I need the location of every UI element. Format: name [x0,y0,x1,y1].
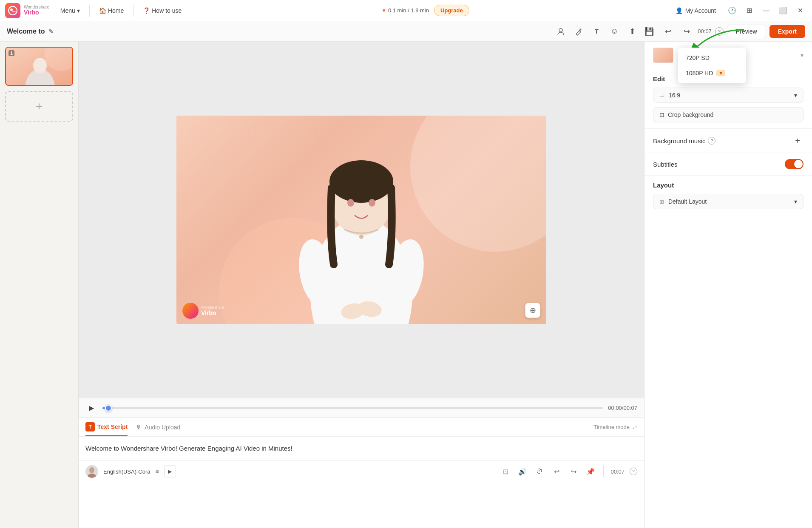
1080p-label: 1080P HD [686,70,713,77]
close-icon: ✕ [798,6,803,14]
voice-bar-sep [603,466,604,477]
script-text: Welcome to Wondershare Virbo! Generate E… [85,445,292,452]
watermark-product: Virbo [201,309,224,316]
save-icon: 💾 [644,27,654,36]
ratio-chevron-icon: ▾ [794,92,797,99]
upload-tool-icon: ⬆ [629,27,636,36]
crop-background-button[interactable]: ⊡ Crop background [653,107,803,122]
layout-section-label: Layout [653,182,803,189]
ratio-select[interactable]: ▭ 16:9 ▾ [653,88,803,103]
bottom-help-icon[interactable]: ? [630,468,637,475]
my-account-label: My Account [685,7,716,14]
voice-play-button[interactable]: ▶ [164,466,176,477]
avatar-tool-button[interactable] [553,24,568,39]
svg-point-16 [359,235,363,239]
grid-button[interactable]: ⊞ [742,4,756,17]
heart-icon: ♥ [382,7,386,14]
preview-label: Preview [736,28,757,35]
voice-settings-icon[interactable]: ≡ [156,468,159,475]
main-content: 1 + [0,42,812,528]
preview-button[interactable]: Preview [727,25,766,38]
emoji-tool-button[interactable]: ☺ [607,24,622,39]
layout-select[interactable]: ⊞ Default Layout ▾ [653,194,803,209]
dropdown-item-720p[interactable]: 720P SD [678,50,746,65]
project-title-text: Welcome to [7,28,45,35]
music-row: Background music ? + [653,135,803,147]
redo-button[interactable]: ↪ [679,24,694,39]
slides-panel: 1 + [0,42,79,528]
slide-item-1[interactable]: 1 [5,47,73,86]
how-to-use-button[interactable]: ❓ How to use [137,5,187,17]
bottom-tool-3[interactable]: ⏱ [534,466,545,477]
svg-rect-2 [12,11,16,12]
topbar-separator-2 [133,5,133,17]
add-slide-icon: + [36,99,43,113]
background-music-section: Background music ? + [644,129,812,153]
history-icon: 🕐 [728,6,736,14]
close-button[interactable]: ✕ [793,4,807,17]
layout-left: ⊞ Default Layout [659,198,707,205]
redo-icon: ↪ [684,27,690,36]
time-usage-text: 0.1 min / 1.9 min [388,7,429,14]
progress-thumb[interactable] [105,405,112,412]
watermark-logo-icon [182,303,199,319]
bottom-redo-btn[interactable]: ↪ [568,466,579,477]
bottom-undo-btn[interactable]: ↩ [551,466,562,477]
home-button[interactable]: 🏠 Home [93,5,130,17]
audio-upload-label: Audio Upload [145,424,180,431]
home-icon: 🏠 [99,7,106,14]
timeline-icon[interactable]: ⇌ [632,424,637,431]
timeline-mode-area: Timeline mode ⇌ [593,424,637,431]
play-button[interactable]: ▶ [85,402,97,414]
maximize-button[interactable]: ⬜ [776,4,790,17]
crop-icon: ⊡ [659,111,664,118]
upgrade-button[interactable]: Upgrade [434,5,469,16]
video-frame: Wondershare Virbo ⊕ [176,116,546,324]
undo-button[interactable]: ↩ [660,24,676,39]
bottom-tool-2[interactable]: 🔊 [517,466,528,477]
topbar-center: ♥ 0.1 min / 1.9 min Upgrade [189,5,662,16]
audio-upload-tab[interactable]: 🎙 Audio Upload [136,424,180,431]
minimize-icon: — [763,7,769,14]
export-button[interactable]: Export [769,25,805,38]
dropdown-item-1080p[interactable]: 1080P HD ▼ [678,65,746,81]
video-canvas: Wondershare Virbo ⊕ [79,42,644,398]
bottom-time: 00:07 [610,468,625,475]
layout-chevron-icon: ▾ [794,198,797,205]
menu-button[interactable]: Menu ▾ [54,5,86,17]
subtitles-toggle[interactable] [785,159,803,169]
brush-tool-button[interactable] [571,24,586,39]
slide-thumbnail-1 [6,48,72,85]
music-help-icon[interactable]: ? [708,137,715,145]
toolbar-help-icon[interactable]: ? [715,27,724,36]
svg-point-3 [559,28,562,32]
my-account-button[interactable]: 👤 My Account [670,5,722,17]
project-title: Welcome to ✎ [7,28,54,35]
grid-icon: ⊞ [747,6,752,14]
720p-label: 720P SD [686,54,710,61]
bottom-tool-1[interactable]: ⊡ [500,466,511,477]
text-tool-button[interactable]: T [589,24,604,39]
toolbar-tools: T ☺ ⬆ [553,24,640,39]
progress-track[interactable] [102,407,603,409]
text-script-tab[interactable]: T Text Script [85,418,128,436]
minimize-button[interactable]: — [759,4,773,17]
default-layout-label: Default Layout [668,198,707,205]
history-button[interactable]: 🕐 [725,4,739,17]
bottom-pin-btn[interactable]: 📌 [585,466,596,477]
text-tool-icon: T [595,28,599,35]
zoom-button[interactable]: ⊕ [525,303,540,318]
background-thumbnail [653,48,673,63]
upload-tool-button[interactable]: ⬆ [625,24,640,39]
script-tabs: T Text Script 🎙 Audio Upload Timeline mo… [79,418,644,437]
ratio-left: ▭ 16:9 [659,92,680,99]
script-area: T Text Script 🎙 Audio Upload Timeline mo… [79,417,644,528]
script-content[interactable]: Welcome to Wondershare Virbo! Generate E… [79,437,644,460]
background-color-chevron-icon[interactable]: ▾ [801,52,803,59]
playback-time: 00:00/00:07 [608,405,637,411]
edit-title-icon[interactable]: ✎ [48,28,54,35]
save-button[interactable]: 💾 [642,24,657,39]
hd-badge: ▼ [716,70,725,76]
add-music-button[interactable]: + [792,135,803,147]
add-slide-button[interactable]: + [5,91,73,122]
